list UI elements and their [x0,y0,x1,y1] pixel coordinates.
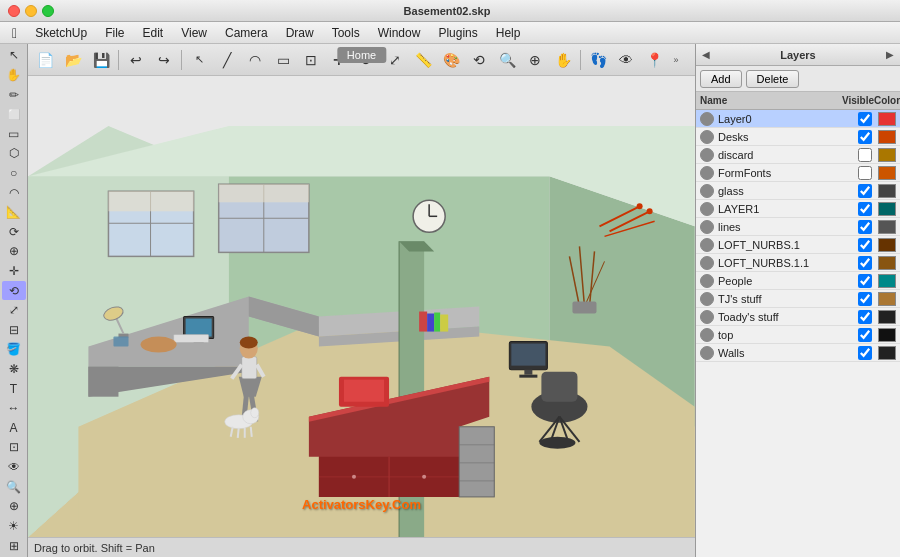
layers-arrow-right[interactable]: ▶ [886,49,894,60]
tool-rotate[interactable]: ⟳ [2,222,26,241]
menu-help[interactable]: Help [488,24,529,42]
tool-circle[interactable]: ○ [2,164,26,183]
tool-tb-position[interactable]: 📍 [641,47,667,73]
tool-tb-arc[interactable]: ◠ [242,47,268,73]
tool-section[interactable]: ⊡ [2,438,26,457]
menu-view[interactable]: View [173,24,215,42]
layer-visible-checkbox[interactable] [858,292,872,306]
tool-tb-tape[interactable]: 📏 [410,47,436,73]
layer-row[interactable]: Layer0 [696,110,900,128]
toolbar-expand[interactable]: » [669,53,683,67]
close-button[interactable] [8,5,20,17]
layer-row[interactable]: LOFT_NURBS.1.1 [696,254,900,272]
tool-tb-push[interactable]: ⊡ [298,47,324,73]
layer-row[interactable]: People [696,272,900,290]
delete-layer-button[interactable]: Delete [746,70,800,88]
tool-rect[interactable]: ▭ [2,124,26,143]
tool-dimensions[interactable]: ↔ [2,399,26,418]
layer-row[interactable]: discard [696,146,900,164]
menu-draw[interactable]: Draw [278,24,322,42]
tool-open[interactable]: 📂 [60,47,86,73]
tool-pan[interactable]: ✋ [2,66,26,85]
menu-window[interactable]: Window [370,24,429,42]
menu-camera[interactable]: Camera [217,24,276,42]
tool-walkthrough[interactable]: 👁 [2,458,26,477]
layer-row[interactable]: Desks [696,128,900,146]
tool-extra[interactable]: ⊞ [2,536,26,555]
layer-icon [700,328,714,342]
tool-scale[interactable]: ⤢ [2,301,26,320]
layer-visible-checkbox[interactable] [858,184,872,198]
layer-visible-checkbox[interactable] [858,346,872,360]
layers-arrow-left[interactable]: ◀ [702,49,710,60]
layer-visible-checkbox[interactable] [858,148,872,162]
layer-visible-checkbox[interactable] [858,130,872,144]
tool-select[interactable]: ↖ [2,46,26,65]
tool-polygon[interactable]: ⬡ [2,144,26,163]
menu-sketchup[interactable]: SketchUp [27,24,95,42]
svg-rect-87 [113,337,128,347]
tool-paint[interactable]: 🪣 [2,340,26,359]
tool-arc[interactable]: ◠ [2,183,26,202]
tool-tb-zoom[interactable]: 🔍 [494,47,520,73]
tool-orbit[interactable]: ⟲ [2,281,26,300]
layer-visible-checkbox[interactable] [858,166,872,180]
tool-eraser[interactable]: ⬜ [2,105,26,124]
layer-icon [700,238,714,252]
tool-text[interactable]: T [2,379,26,398]
layer-visible-checkbox[interactable] [858,274,872,288]
menu-edit[interactable]: Edit [135,24,172,42]
tool-pencil[interactable]: ✏ [2,85,26,104]
traffic-lights [8,5,54,17]
tool-tb-look[interactable]: 👁 [613,47,639,73]
tool-tb-zoomext[interactable]: ⊕ [522,47,548,73]
layer-visible-checkbox[interactable] [858,328,872,342]
minimize-button[interactable] [25,5,37,17]
layer-visible-checkbox[interactable] [858,238,872,252]
layer-row[interactable]: Walls [696,344,900,362]
maximize-button[interactable] [42,5,54,17]
layer-row[interactable]: glass [696,182,900,200]
tool-tape[interactable]: 📐 [2,203,26,222]
layer-visible-checkbox[interactable] [858,112,872,126]
tool-component[interactable]: ❋ [2,360,26,379]
layer-visible-checkbox[interactable] [858,256,872,270]
layer-color-swatch [878,220,896,234]
apple-menu[interactable]:  [4,25,25,41]
tool-tb-orbit[interactable]: ⟲ [466,47,492,73]
layers-list: Layer0DesksdiscardFormFontsglassLAYER1li… [696,110,900,557]
tool-undo[interactable]: ↩ [123,47,149,73]
tool-tb-select[interactable]: ↖ [186,47,212,73]
tool-redo[interactable]: ↪ [151,47,177,73]
layer-visible-checkbox[interactable] [858,220,872,234]
tool-move[interactable]: ✛ [2,262,26,281]
layer-row[interactable]: FormFonts [696,164,900,182]
tool-zoomin[interactable]: ⊕ [2,497,26,516]
tool-offset[interactable]: ⊟ [2,321,26,340]
layer-row[interactable]: LOFT_NURBS.1 [696,236,900,254]
tool-new[interactable]: 📄 [32,47,58,73]
layer-row[interactable]: top [696,326,900,344]
tool-tb-line[interactable]: ╱ [214,47,240,73]
tool-save[interactable]: 💾 [88,47,114,73]
tool-shadow[interactable]: ☀ [2,517,26,536]
tool-tb-pan[interactable]: ✋ [550,47,576,73]
tool-tb-scale[interactable]: ⤢ [382,47,408,73]
layer-visible-checkbox[interactable] [858,202,872,216]
tool-tb-walk[interactable]: 👣 [585,47,611,73]
layer-row[interactable]: LAYER1 [696,200,900,218]
add-layer-button[interactable]: Add [700,70,742,88]
menu-file[interactable]: File [97,24,132,42]
menu-tools[interactable]: Tools [324,24,368,42]
layer-row[interactable]: Toady's stuff [696,308,900,326]
tool-3dtext[interactable]: A [2,419,26,438]
tool-tb-rect[interactable]: ▭ [270,47,296,73]
viewport[interactable]: ActivatorsKey.Com [28,76,695,537]
menu-plugins[interactable]: Plugins [430,24,485,42]
tool-zoomextents[interactable]: 🔍 [2,477,26,496]
tool-tb-paint[interactable]: 🎨 [438,47,464,73]
layer-visible-checkbox[interactable] [858,310,872,324]
layer-row[interactable]: TJ's stuff [696,290,900,308]
tool-pushpull[interactable]: ⊕ [2,242,26,261]
layer-row[interactable]: lines [696,218,900,236]
